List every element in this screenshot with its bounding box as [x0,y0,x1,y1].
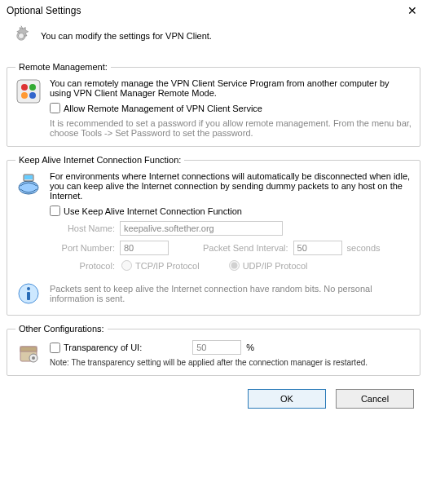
use-keepalive-checkbox[interactable]: Use Keep Alive Internet Connection Funct… [50,206,412,216]
svg-rect-9 [24,175,33,179]
svg-rect-2 [17,80,40,103]
header-text: You can modify the settings for VPN Clie… [41,31,212,41]
window-title: Optional Settings [7,5,81,16]
use-keepalive-input[interactable] [50,206,60,216]
close-icon[interactable]: ✕ [404,4,420,17]
transparency-checkbox[interactable]: Transparency of UI: [50,343,142,353]
tcp-radio[interactable]: TCP/IP Protocol [121,260,200,271]
svg-point-3 [21,84,28,91]
info-icon [15,281,42,307]
udp-radio-label: UDP/IP Protocol [243,261,308,271]
gear-icon [10,24,33,47]
keepalive-group: Keep Alive Internet Connection Function:… [7,155,420,316]
port-input[interactable] [120,241,169,255]
interval-label: Packet Send Interval: [203,243,288,253]
protocol-label: Protocol: [50,261,115,271]
port-label: Port Number: [50,243,115,253]
dialog-buttons: OK Cancel [0,384,427,417]
header: You can modify the settings for VPN Clie… [0,20,427,59]
svg-point-4 [29,84,36,91]
allow-remote-input[interactable] [50,103,60,113]
cancel-button[interactable]: Cancel [336,389,414,409]
keepalive-desc: For environments where Internet connecti… [50,171,412,201]
remote-desc: You can remotely manage the VPN Client S… [50,78,412,98]
transparency-note: Note: The transparency setting will be a… [50,358,412,367]
allow-remote-label: Allow Remote Management of VPN Client Se… [64,104,262,113]
svg-point-1 [19,33,24,39]
allow-remote-checkbox[interactable]: Allow Remote Management of VPN Client Se… [50,103,412,113]
remote-management-group: Remote Management: You can remotely mana… [7,62,420,147]
transparency-value-input[interactable] [192,340,241,355]
tcp-radio-input[interactable] [121,260,132,271]
interval-input[interactable] [293,241,342,255]
host-label: Host Name: [50,223,115,233]
svg-point-5 [21,92,28,99]
svg-point-11 [27,287,30,290]
other-config-group: Other Configurations: Transparency of UI… [7,324,420,376]
transparency-unit: % [246,343,254,352]
svg-rect-12 [27,292,30,300]
other-legend: Other Configurations: [15,324,108,334]
host-input[interactable] [120,221,283,236]
svg-rect-14 [20,347,37,351]
remote-legend: Remote Management: [15,62,111,72]
svg-point-16 [32,356,35,360]
interval-unit: seconds [347,243,381,253]
keepalive-info: Packets sent to keep alive the Internet … [50,284,412,303]
remote-hint: It is recommended to set a password if y… [50,118,412,138]
udp-radio-input[interactable] [229,260,240,271]
svg-point-6 [29,92,36,99]
package-icon [15,340,42,366]
remote-icon [15,78,42,104]
transparency-input[interactable] [50,343,60,353]
ok-button[interactable]: OK [248,389,326,409]
tcp-radio-label: TCP/IP Protocol [135,261,200,271]
keepalive-legend: Keep Alive Internet Connection Function: [15,155,184,165]
globe-icon [15,171,42,197]
udp-radio[interactable]: UDP/IP Protocol [229,260,308,271]
use-keepalive-label: Use Keep Alive Internet Connection Funct… [64,206,242,216]
titlebar: Optional Settings ✕ [0,0,427,20]
transparency-label: Transparency of UI: [64,343,142,352]
